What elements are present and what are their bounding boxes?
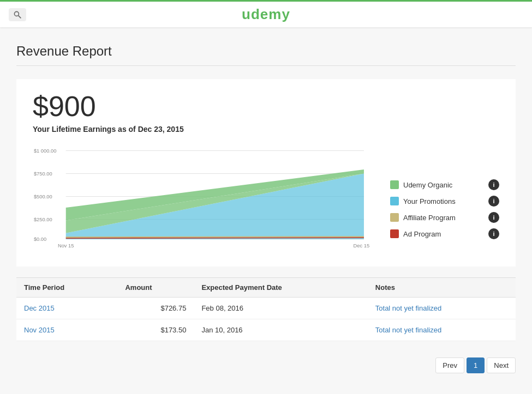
chart-container: $1 000.00 $750.00 $500.00 $250.00 $0.00 [33, 147, 499, 250]
finalized-text-0: Total not yet finalized [375, 304, 441, 312]
period-link-0[interactable]: Dec 2015 [24, 304, 55, 312]
period-link-1[interactable]: Nov 2015 [24, 326, 55, 334]
legend-info-organic[interactable]: i [488, 179, 499, 190]
title-divider [16, 65, 516, 66]
cell-period-1: Nov 2015 [16, 319, 117, 341]
table-row: Nov 2015 $173.50 Jan 10, 2016 Total not … [16, 319, 516, 341]
page-title: Revenue Report [16, 44, 516, 59]
search-icon [13, 10, 22, 19]
col-header-amount: Amount [117, 277, 194, 297]
legend-color-promotions [390, 197, 399, 205]
table-row: Dec 2015 $726.75 Feb 08, 2016 Total not … [16, 297, 516, 319]
pagination: Prev 1 Next [16, 352, 516, 379]
legend-info-promotions[interactable]: i [488, 196, 499, 207]
chart-legend: Udemy Organic i Your Promotions i Affili… [390, 147, 499, 245]
legend-info-affiliate[interactable]: i [488, 212, 499, 223]
legend-label-ad: Ad Program [403, 230, 484, 238]
cell-amount-1: $173.50 [117, 319, 194, 341]
col-header-payment: Expected Payment Date [194, 277, 367, 297]
svg-text:$250.00: $250.00 [34, 217, 52, 222]
cell-period-0: Dec 2015 [16, 297, 117, 319]
legend-color-organic [390, 180, 399, 189]
cell-payment-0: Feb 08, 2016 [194, 297, 367, 319]
legend-label-promotions: Your Promotions [403, 197, 484, 205]
next-button[interactable]: Next [487, 357, 516, 373]
chart-svg-area: $1 000.00 $750.00 $500.00 $250.00 $0.00 [33, 147, 379, 250]
legend-label-organic: Udemy Organic [403, 181, 484, 189]
page-1-button[interactable]: 1 [467, 357, 485, 373]
main-content: Revenue Report $900 Your Lifetime Earnin… [0, 27, 532, 390]
svg-text:Nov 15: Nov 15 [58, 243, 74, 248]
svg-line-16 [66, 238, 364, 238]
col-header-notes: Notes [368, 277, 516, 297]
svg-text:$0.00: $0.00 [34, 237, 46, 242]
legend-color-ad [390, 229, 399, 238]
cell-payment-1: Jan 10, 2016 [194, 319, 367, 341]
cell-notes-0: Total not yet finalized [368, 297, 516, 319]
prev-button[interactable]: Prev [435, 357, 464, 373]
revenue-chart: $1 000.00 $750.00 $500.00 $250.00 $0.00 [33, 147, 379, 248]
svg-text:$500.00: $500.00 [34, 194, 52, 199]
cell-notes-1: Total not yet finalized [368, 319, 516, 341]
cell-amount-0: $726.75 [117, 297, 194, 319]
legend-item-ad: Ad Program i [390, 228, 499, 239]
svg-text:$750.00: $750.00 [34, 171, 52, 177]
site-logo: udemy [242, 6, 290, 23]
legend-item-organic: Udemy Organic i [390, 179, 499, 190]
svg-text:$1 000.00: $1 000.00 [34, 148, 57, 154]
svg-text:Dec 15: Dec 15 [354, 243, 370, 248]
legend-info-ad[interactable]: i [488, 228, 499, 239]
earnings-amount: $900 [33, 90, 499, 123]
legend-item-affiliate: Affiliate Program i [390, 212, 499, 223]
earnings-section: $900 Your Lifetime Earnings as of Dec 23… [16, 79, 516, 266]
table-header-row: Time Period Amount Expected Payment Date… [16, 277, 516, 297]
svg-point-0 [14, 11, 19, 16]
report-table: Time Period Amount Expected Payment Date… [16, 277, 516, 341]
earnings-subtitle: Your Lifetime Earnings as of Dec 23, 201… [33, 125, 499, 134]
col-header-period: Time Period [16, 277, 117, 297]
header: udemy [0, 0, 532, 27]
svg-line-17 [66, 237, 364, 237]
svg-line-1 [19, 15, 21, 18]
legend-item-promotions: Your Promotions i [390, 196, 499, 207]
search-button[interactable] [9, 8, 26, 21]
legend-color-affiliate [390, 213, 399, 222]
finalized-text-1: Total not yet finalized [375, 326, 441, 334]
legend-label-affiliate: Affiliate Program [403, 214, 484, 222]
